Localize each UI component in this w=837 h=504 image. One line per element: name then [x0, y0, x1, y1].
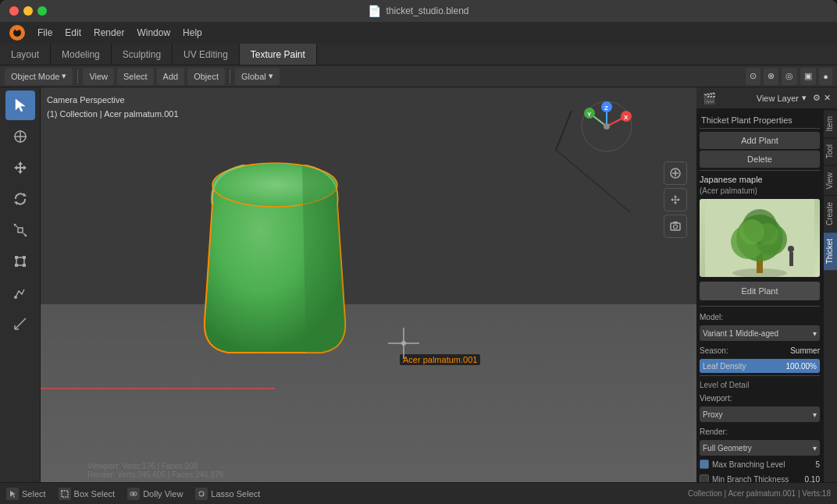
min-branch-checkbox[interactable] [700, 474, 709, 482]
snap-btn[interactable]: ⊙ [746, 68, 760, 85]
plant-name-sub: (Acer palmatum) [700, 186, 820, 196]
status-right-text: Collection | Acer palmatum.001 | Verts:1… [688, 489, 831, 498]
statusbar: Select Box Select Dolly View Lasso Selec… [0, 482, 837, 504]
svg-line-20 [15, 318, 26, 329]
transform-label: Global [241, 72, 266, 81]
min-branch-row: Min Branch Thickness 0.10 [700, 472, 820, 482]
min-branch-value: 0.10 [805, 475, 820, 483]
transform-dropdown[interactable]: Global ▾ [235, 68, 280, 85]
render-engine-icon: 🎬 [703, 92, 716, 105]
proportional-btn[interactable]: ⊗ [764, 68, 778, 85]
tab-modeling[interactable]: Modeling [51, 44, 112, 65]
leaf-density-label: Leaf Density [703, 362, 746, 371]
menu-render[interactable]: Render [87, 23, 130, 42]
side-tab-item[interactable]: Item [824, 109, 837, 137]
view-btn[interactable]: View [83, 68, 114, 85]
separator-2 [230, 69, 230, 83]
svg-point-42 [604, 123, 610, 130]
navigation-gizmo[interactable]: X Y Z [579, 99, 634, 154]
select-label: Select [22, 489, 46, 499]
svg-marker-3 [16, 99, 25, 112]
box-select-icon [59, 488, 71, 500]
view-layer-dropdown[interactable]: ▾ [802, 93, 807, 103]
tool-transform[interactable] [5, 247, 35, 276]
svg-rect-17 [15, 264, 18, 267]
render-verts-stat: Render: Verts:345,605 | Faces:246,878 [87, 470, 223, 479]
title-text: thicket_studio.blend [386, 5, 468, 16]
tab-sculpting[interactable]: Sculpting [112, 44, 173, 65]
viewport-verts-stat: Viewport: Verts:176 | Faces:208 [87, 462, 223, 470]
svg-rect-9 [18, 228, 23, 232]
maximize-button[interactable] [37, 6, 47, 16]
tab-uv-editing[interactable]: UV Editing [173, 44, 240, 65]
object-mode-dropdown[interactable]: Object Mode ▾ [5, 68, 73, 85]
minimize-button[interactable] [23, 6, 33, 16]
menu-file[interactable]: File [31, 23, 59, 42]
pan-btn[interactable] [664, 188, 687, 211]
object-btn[interactable]: Object [187, 68, 225, 85]
svg-point-63 [133, 492, 135, 495]
view-layer-settings-icon[interactable]: ⚙ [813, 93, 821, 103]
select-btn[interactable]: Select [117, 68, 154, 85]
render-arrow: ▾ [813, 444, 817, 453]
season-value: Summer [790, 346, 820, 355]
overlay-btn[interactable]: ◎ [782, 68, 797, 85]
edit-plant-button[interactable]: Edit Plant [700, 282, 820, 300]
3d-object [166, 142, 384, 399]
svg-text:Y: Y [587, 111, 592, 118]
divider-2 [700, 306, 820, 307]
collection-info: (1) Collection | Acer palmatum.001 [47, 108, 179, 122]
side-tabs: Item Tool View Create Thicket [823, 109, 837, 482]
svg-rect-48 [673, 222, 678, 223]
menu-edit[interactable]: Edit [59, 23, 87, 42]
render-dropdown[interactable]: Full Geometry ▾ [700, 440, 820, 456]
status-right: Collection | Acer palmatum.001 | Verts:1… [688, 489, 831, 498]
tool-scale[interactable] [5, 215, 35, 245]
plant-name-main: Japanese maple [700, 173, 820, 186]
add-plant-button[interactable]: Add Plant [700, 132, 820, 149]
menu-help[interactable]: Help [176, 23, 208, 42]
tab-layout[interactable]: Layout [0, 44, 51, 65]
tool-move[interactable] [5, 153, 35, 183]
viewport-dropdown[interactable]: Proxy ▾ [700, 406, 820, 422]
lasso-icon [195, 488, 208, 500]
leaf-density-bar[interactable]: Leaf Density 100.00% [700, 359, 820, 373]
tool-rotate[interactable] [5, 184, 35, 214]
menubar: File Edit Render Window Help [0, 22, 837, 44]
viewport[interactable]: Camera Perspective (1) Collection | Acer… [41, 87, 696, 482]
left-sidebar [0, 87, 41, 482]
viewport-arrow: ▾ [813, 410, 817, 419]
model-dropdown[interactable]: Variant 1 Middle-aged ▾ [700, 325, 820, 341]
svg-point-57 [757, 223, 778, 245]
tool-measure[interactable] [5, 309, 35, 339]
tab-texture-paint[interactable]: Texture Paint [240, 44, 317, 65]
blender-logo [6, 22, 28, 44]
side-tab-create[interactable]: Create [824, 195, 837, 232]
side-tab-view[interactable]: View [824, 165, 837, 196]
workspace-tabs: Layout Modeling Sculpting UV Editing Tex… [0, 44, 837, 66]
camera-btn[interactable] [664, 215, 687, 238]
side-tab-thicket[interactable]: Thicket [824, 232, 837, 270]
tool-select[interactable] [5, 91, 35, 120]
close-button[interactable] [9, 6, 19, 16]
max-branch-value: 5 [815, 460, 820, 469]
tool-annotate[interactable] [5, 278, 35, 307]
add-btn[interactable]: Add [157, 68, 185, 85]
view-layer-close-icon[interactable]: ✕ [824, 93, 831, 103]
viewport-shading-btn[interactable]: ● [819, 68, 832, 85]
tool-cursor[interactable] [5, 122, 35, 151]
menu-window[interactable]: Window [130, 23, 176, 42]
file-icon: 📄 [368, 5, 381, 17]
render-row: Render: [700, 424, 820, 439]
object-mode-label: Object Mode [11, 72, 59, 81]
max-branch-checkbox[interactable] [700, 460, 709, 469]
xray-btn[interactable]: ▣ [800, 68, 816, 85]
zoom-in-btn[interactable] [664, 161, 687, 185]
select-icon [6, 488, 19, 500]
camera-mode: Camera Perspective [47, 94, 179, 108]
max-branch-label: Max Branching Level [712, 460, 812, 469]
toolbar-right-group: ⊙ ⊗ ◎ ▣ ● [746, 68, 832, 85]
svg-point-59 [788, 246, 794, 252]
delete-button[interactable]: Delete [700, 151, 820, 168]
side-tab-tool[interactable]: Tool [824, 137, 837, 165]
